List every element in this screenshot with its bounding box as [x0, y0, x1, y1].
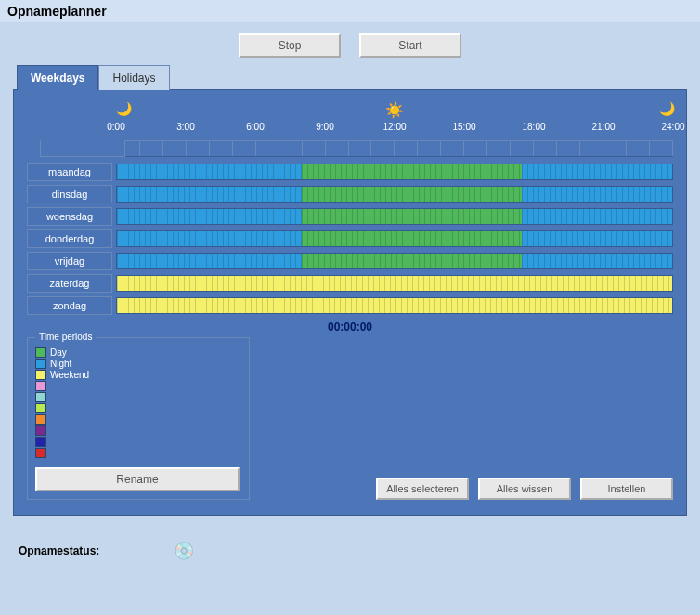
status-label: Opnamestatus: — [19, 544, 99, 557]
clear-all-button[interactable]: Alles wissen — [478, 478, 571, 500]
rename-button[interactable]: Rename — [35, 467, 240, 491]
top-button-bar: Stop Start — [0, 22, 700, 65]
hour-label: 3:00 — [176, 122, 194, 132]
segment-night[interactable] — [522, 209, 672, 224]
hour-label: 6:00 — [246, 122, 264, 132]
legend-swatch — [35, 425, 46, 436]
tab-holidays[interactable]: Holidays — [98, 65, 169, 90]
segment-night[interactable] — [117, 187, 302, 202]
day-bar[interactable] — [116, 186, 673, 203]
hour-label: 0:00 — [107, 122, 124, 132]
legend-item[interactable] — [35, 392, 241, 402]
day-bar[interactable] — [116, 275, 673, 292]
disc-icon: 💿 — [174, 541, 194, 561]
day-label: woensdag — [27, 207, 112, 226]
legend-swatch — [35, 370, 46, 380]
legend-swatch — [35, 403, 46, 413]
legend: Time periods DayNightWeekend Rename — [27, 337, 250, 500]
day-row: woensdag — [27, 207, 673, 226]
tab-bar: Weekdays Holidays — [17, 65, 700, 90]
legend-label: Night — [50, 359, 71, 369]
legend-swatch — [35, 448, 46, 458]
status-bar: Opnamestatus: 💿 — [0, 524, 700, 570]
legend-item[interactable] — [35, 448, 241, 458]
sun-icon: ☀️ — [385, 101, 404, 119]
day-bar[interactable] — [116, 230, 673, 247]
hour-label: 21:00 — [591, 122, 615, 132]
day-row: zaterdag — [27, 274, 673, 293]
legend-swatch — [35, 414, 46, 425]
time-cursor: 00:00:00 — [27, 321, 673, 334]
segment-night[interactable] — [522, 231, 672, 246]
day-bar[interactable] — [116, 253, 673, 269]
legend-swatch — [35, 437, 46, 447]
hour-ticks — [116, 140, 673, 157]
start-button[interactable]: Start — [359, 33, 461, 58]
segment-night[interactable] — [522, 164, 672, 179]
day-row: dinsdag — [27, 185, 673, 203]
day-header-empty — [40, 140, 125, 157]
day-label: vrijdag — [27, 252, 112, 270]
legend-label: Day — [50, 347, 67, 358]
day-row: zondag — [27, 296, 673, 315]
segment-weekend[interactable] — [117, 298, 672, 313]
segment-night[interactable] — [117, 164, 302, 179]
legend-item[interactable]: Day — [35, 347, 241, 358]
legend-item[interactable] — [35, 403, 241, 413]
stop-button[interactable]: Stop — [239, 33, 341, 58]
segment-day[interactable] — [302, 209, 522, 224]
day-row: vrijdag — [27, 252, 673, 270]
hour-label: 24:00 — [661, 122, 684, 132]
set-button[interactable]: Instellen — [580, 478, 673, 500]
window-title: Opnameplanner — [0, 0, 700, 22]
legend-item[interactable]: Night — [35, 359, 241, 369]
segment-night[interactable] — [117, 231, 302, 246]
legend-item[interactable] — [35, 414, 241, 425]
segment-day[interactable] — [302, 254, 522, 268]
time-axis: 🌙 ☀️ 🌙 0:003:006:009:0012:0015:0018:0021… — [116, 103, 673, 140]
segment-day[interactable] — [302, 164, 522, 179]
segment-day[interactable] — [302, 187, 522, 202]
legend-swatch — [35, 392, 46, 402]
hour-label: 12:00 — [382, 122, 406, 132]
segment-weekend[interactable] — [117, 276, 672, 291]
hour-label: 18:00 — [522, 122, 545, 132]
segment-night[interactable] — [522, 187, 672, 202]
legend-item[interactable] — [35, 437, 241, 447]
segment-day[interactable] — [302, 231, 522, 246]
legend-title: Time periods — [35, 332, 96, 342]
legend-label: Weekend — [50, 370, 89, 380]
day-bar[interactable] — [116, 164, 673, 180]
day-row: donderdag — [27, 229, 673, 248]
legend-item[interactable] — [35, 381, 241, 391]
legend-swatch — [35, 381, 46, 391]
day-label: dinsdag — [27, 185, 112, 203]
schedule-panel: 🌙 ☀️ 🌙 0:003:006:009:0012:0015:0018:0021… — [13, 89, 687, 516]
legend-swatch — [35, 359, 46, 369]
legend-item[interactable]: Weekend — [35, 370, 241, 380]
segment-night[interactable] — [117, 209, 302, 224]
day-label: zaterdag — [27, 274, 112, 293]
day-bar[interactable] — [116, 297, 673, 314]
moon-icon: 🌙 — [116, 101, 132, 116]
legend-item[interactable] — [35, 425, 241, 436]
day-bar[interactable] — [116, 208, 673, 225]
select-all-button[interactable]: Alles selecteren — [376, 478, 469, 500]
hour-label: 15:00 — [452, 122, 475, 132]
moon-icon: 🌙 — [659, 101, 675, 116]
tab-weekdays[interactable]: Weekdays — [17, 65, 98, 90]
segment-night[interactable] — [117, 254, 302, 268]
schedule-grid: maandagdinsdagwoensdagdonderdagvrijdagza… — [27, 163, 673, 315]
segment-night[interactable] — [522, 254, 672, 268]
day-label: donderdag — [27, 229, 112, 248]
day-label: zondag — [27, 296, 112, 315]
hour-label: 9:00 — [316, 122, 333, 132]
day-label: maandag — [27, 163, 112, 181]
day-row: maandag — [27, 163, 673, 181]
legend-swatch — [35, 347, 46, 358]
